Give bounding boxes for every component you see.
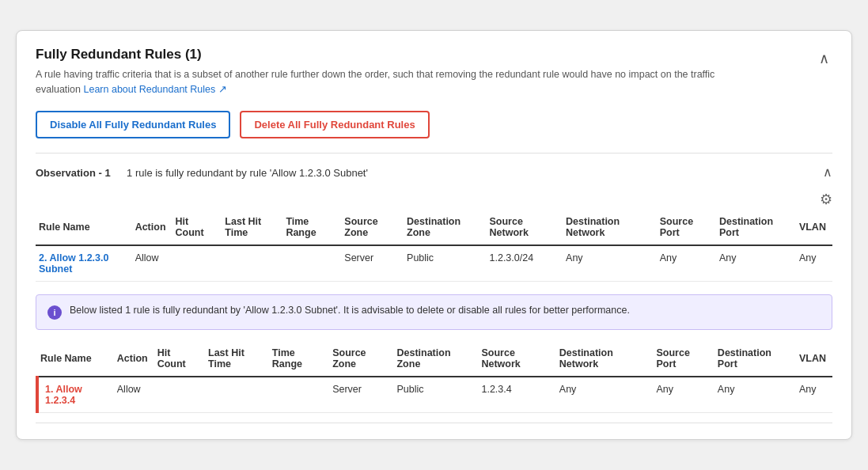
info-banner: i Below listed 1 rule is fully redundant… <box>36 294 832 330</box>
lower-table: Rule Name Action Hit Count Last Hit Time… <box>36 343 832 413</box>
observation-text: 1 rule is fully redundant by rule 'Allow… <box>127 167 368 179</box>
lower-table-header: Rule Name Action Hit Count Last Hit Time… <box>37 343 832 377</box>
action-cell: Allow <box>132 245 172 282</box>
col2-dest-zone: Destination Zone <box>393 343 478 377</box>
upper-table-body: 2. Allow 1.2.3.0 Subnet Allow Server Pub… <box>36 245 832 282</box>
col2-rule-name: Rule Name <box>37 343 114 377</box>
gear-area: ⚙ <box>36 191 832 208</box>
last-hit-cell <box>222 245 282 282</box>
vlan-cell: Any <box>796 377 832 413</box>
time-range-cell <box>282 245 341 282</box>
source-port-cell: Any <box>653 377 714 413</box>
col2-source-network: Source Network <box>478 343 555 377</box>
col-source-zone: Source Zone <box>341 211 404 245</box>
source-port-cell: Any <box>657 245 716 282</box>
col-action: Action <box>132 211 172 245</box>
card-description: A rule having traffic criteria that is a… <box>36 67 748 97</box>
col2-hit-count: Hit Count <box>154 343 205 377</box>
hit-count-cell <box>154 377 205 413</box>
col-dest-zone: Destination Zone <box>404 211 486 245</box>
delete-all-button[interactable]: Delete All Fully Redundant Rules <box>240 111 429 138</box>
rule-name-link[interactable]: 2. Allow 1.2.3.0 Subnet <box>39 252 108 275</box>
col-rule-name: Rule Name <box>36 211 132 245</box>
section-divider-bottom <box>36 423 832 423</box>
vlan-cell: Any <box>796 245 832 282</box>
table-row: 1. Allow 1.2.3.4 Allow Server Public 1.2… <box>37 377 832 413</box>
learn-more-link[interactable]: Learn about Redundant Rules ↗ <box>83 84 226 95</box>
source-network-cell: 1.2.3.4 <box>478 377 555 413</box>
source-network-cell: 1.2.3.0/24 <box>487 245 563 282</box>
card-title: Fully Redundant Rules (1) <box>36 47 748 63</box>
dest-port-cell: Any <box>714 377 796 413</box>
col-vlan: VLAN <box>796 211 832 245</box>
col-dest-network: Destination Network <box>563 211 657 245</box>
rule-name-cell: 1. Allow 1.2.3.4 <box>37 377 114 413</box>
upper-table-header: Rule Name Action Hit Count Last Hit Time… <box>36 211 832 245</box>
rule-name-link-red[interactable]: 1. Allow 1.2.3.4 <box>45 384 82 406</box>
time-range-cell <box>269 377 329 413</box>
source-zone-cell: Server <box>329 377 393 413</box>
action-cell: Allow <box>114 377 154 413</box>
table-row: 2. Allow 1.2.3.0 Subnet Allow Server Pub… <box>36 245 832 282</box>
col-last-hit: Last Hit Time <box>222 211 282 245</box>
last-hit-cell <box>205 377 269 413</box>
info-icon: i <box>47 305 62 320</box>
section-divider-top <box>36 153 832 154</box>
col-source-port: Source Port <box>657 211 716 245</box>
external-link-icon: ↗ <box>218 84 227 95</box>
col-time-range: Time Range <box>282 211 341 245</box>
col2-time-range: Time Range <box>269 343 329 377</box>
col-hit-count: Hit Count <box>172 211 222 245</box>
col2-dest-network: Destination Network <box>556 343 654 377</box>
col2-source-zone: Source Zone <box>329 343 393 377</box>
dest-zone-cell: Public <box>393 377 478 413</box>
observation-label: Observation - 1 <box>36 167 111 179</box>
observation-row: Observation - 1 1 rule is fully redundan… <box>36 165 832 180</box>
fully-redundant-rules-card: Fully Redundant Rules (1) A rule having … <box>16 30 852 441</box>
dest-network-cell: Any <box>556 377 654 413</box>
action-buttons-row: Disable All Fully Redundant Rules Delete… <box>36 111 832 138</box>
info-banner-text: Below listed 1 rule is fully redundant b… <box>70 305 630 316</box>
dest-port-cell: Any <box>716 245 796 282</box>
col-source-network: Source Network <box>487 211 563 245</box>
card-header: Fully Redundant Rules (1) A rule having … <box>36 47 832 97</box>
dest-zone-cell: Public <box>404 245 486 282</box>
disable-all-button[interactable]: Disable All Fully Redundant Rules <box>36 111 230 138</box>
observation-collapse-button[interactable]: ∧ <box>823 165 832 180</box>
collapse-button[interactable]: ∧ <box>816 47 832 70</box>
col2-source-port: Source Port <box>653 343 714 377</box>
col2-action: Action <box>114 343 154 377</box>
settings-gear-icon[interactable]: ⚙ <box>820 191 832 208</box>
dest-network-cell: Any <box>563 245 657 282</box>
col2-last-hit: Last Hit Time <box>205 343 269 377</box>
observation-content: Observation - 1 1 rule is fully redundan… <box>36 165 368 180</box>
col2-dest-port: Destination Port <box>714 343 796 377</box>
col-dest-port: Destination Port <box>716 211 796 245</box>
hit-count-cell <box>172 245 222 282</box>
card-header-content: Fully Redundant Rules (1) A rule having … <box>36 47 748 97</box>
lower-table-body: 1. Allow 1.2.3.4 Allow Server Public 1.2… <box>37 377 832 413</box>
source-zone-cell: Server <box>341 245 404 282</box>
upper-table: Rule Name Action Hit Count Last Hit Time… <box>36 211 832 282</box>
rule-name-cell: 2. Allow 1.2.3.0 Subnet <box>36 245 132 282</box>
col2-vlan: VLAN <box>796 343 832 377</box>
